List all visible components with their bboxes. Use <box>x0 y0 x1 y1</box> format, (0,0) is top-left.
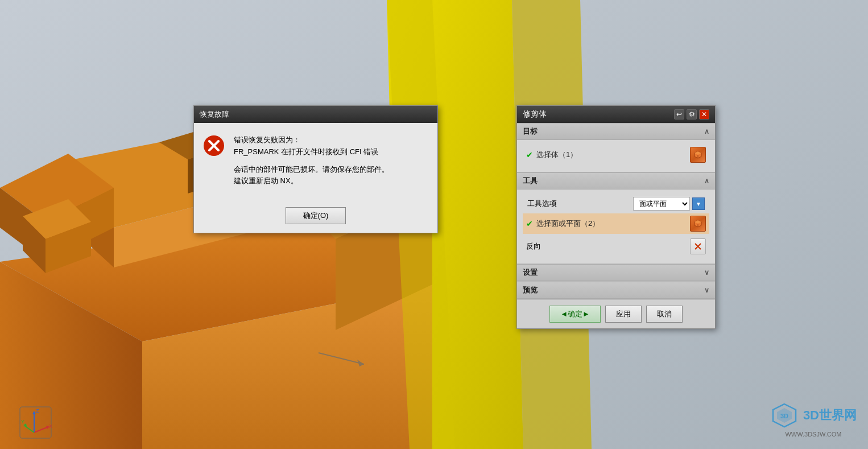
target-section-header: 目标 ∧ <box>517 123 715 140</box>
error-dialog-titlebar: 恢复故障 <box>194 106 437 123</box>
error-message-text: 错误恢复失败因为： FR_PSMARK 在打开文件时接收到 CFI 错误 会话中… <box>234 134 389 193</box>
error-dialog: 恢复故障 错误恢复失败因为： FR_PSMARK 在打开文件时接收到 CFI 错… <box>193 105 438 233</box>
select-body-row: ✔ 选择体（1） <box>523 145 709 165</box>
preview-section-header[interactable]: 预览 ∨ <box>517 282 715 299</box>
tool-option-control: 面或平面 ▼ <box>633 197 705 211</box>
ok-button[interactable]: 确定(O) <box>286 207 346 224</box>
confirm-button[interactable]: ◄确定► <box>549 306 601 323</box>
tools-chevron-icon: ∧ <box>704 177 709 185</box>
target-chevron-icon: ∧ <box>704 127 709 135</box>
trim-body-panel: 修剪体 ↩ ⚙ ✕ 目标 ∧ ✔ 选择体（1） <box>516 105 716 329</box>
error-dialog-buttons: 确定(O) <box>194 201 437 233</box>
settings-section-label: 设置 <box>523 267 538 278</box>
select-body-label: ✔ 选择体（1） <box>526 150 577 160</box>
error-dialog-title-text: 恢复故障 <box>200 109 229 120</box>
settings-section-header[interactable]: 设置 ∨ <box>517 264 715 281</box>
watermark-brand-text: 3D世界网 <box>803 407 857 424</box>
dropdown-arrow-btn[interactable]: ▼ <box>692 197 705 210</box>
minimize-button[interactable]: ↩ <box>674 109 684 120</box>
tool-option-row: 工具选项 面或平面 ▼ <box>523 194 709 213</box>
tool-option-label: 工具选项 <box>527 199 557 209</box>
error-dialog-content: 错误恢复失败因为： FR_PSMARK 在打开文件时接收到 CFI 错误 会话中… <box>194 123 437 201</box>
select-body-icon-btn[interactable] <box>690 147 706 163</box>
select-face-text: 选择面或平面（2） <box>536 219 600 229</box>
target-section-label: 目标 <box>523 126 538 137</box>
preview-section-label: 预览 <box>523 285 538 295</box>
svg-text:3D: 3D <box>780 413 788 419</box>
panel-footer: ◄确定► 应用 取消 <box>517 299 715 328</box>
select-face-label: ✔ 选择面或平面（2） <box>526 219 600 229</box>
error-line2: FR_PSMARK 在打开文件时接收到 CFI 错误 <box>234 147 378 156</box>
reverse-row: 反向 <box>523 236 709 257</box>
select-face-check-icon: ✔ <box>526 219 533 228</box>
reverse-icon-btn[interactable] <box>690 238 706 254</box>
error-line4: 建议重新启动 NX。 <box>234 176 298 185</box>
apply-button[interactable]: 应用 <box>605 306 642 323</box>
tools-section-label: 工具 <box>523 176 538 186</box>
preview-chevron-icon: ∨ <box>704 286 709 294</box>
watermark-logo: 3D 3D世界网 <box>770 401 857 430</box>
watermark-icon-svg: 3D <box>770 401 799 430</box>
tool-option-dropdown[interactable]: 面或平面 <box>633 197 690 211</box>
error-icon <box>202 134 225 157</box>
error-line3: 会话中的部件可能已损坏。请勿保存您的部件。 <box>234 165 389 174</box>
check-icon: ✔ <box>526 150 533 159</box>
panel-title-text: 修剪体 <box>523 109 547 120</box>
cancel-button[interactable]: 取消 <box>646 306 683 323</box>
tools-section-content: 工具选项 面或平面 ▼ ✔ 选择面或平面（2） <box>517 190 715 263</box>
reverse-label: 反向 <box>526 241 541 252</box>
dialog-overlay: 恢复故障 错误恢复失败因为： FR_PSMARK 在打开文件时接收到 CFI 错… <box>0 0 868 449</box>
select-body-text: 选择体（1） <box>536 150 577 160</box>
settings-chevron-icon: ∨ <box>704 269 709 277</box>
error-line1: 错误恢复失败因为： <box>234 135 300 144</box>
tools-section-header: 工具 ∧ <box>517 172 715 190</box>
target-section-content: ✔ 选择体（1） <box>517 140 715 172</box>
select-face-row: ✔ 选择面或平面（2） <box>523 213 709 234</box>
close-button[interactable]: ✕ <box>699 109 709 120</box>
panel-titlebar: 修剪体 ↩ ⚙ ✕ <box>517 106 715 123</box>
select-face-icon-btn[interactable] <box>690 216 706 232</box>
panel-title-buttons: ↩ ⚙ ✕ <box>674 109 709 120</box>
watermark-url-text: WWW.3DSJW.COM <box>785 431 841 438</box>
settings-button[interactable]: ⚙ <box>687 109 697 120</box>
watermark: 3D 3D世界网 WWW.3DSJW.COM <box>770 401 857 438</box>
